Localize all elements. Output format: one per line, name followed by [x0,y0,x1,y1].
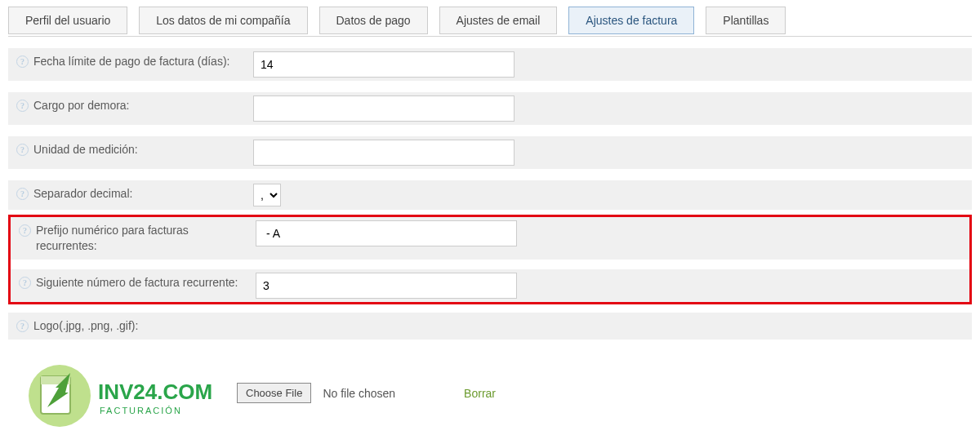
row-payment-due: ? Fecha límite de pago de factura (días)… [8,48,972,81]
label-text: Logo(.jpg, .png, .gif): [33,318,138,334]
label-payment-due: ? Fecha límite de pago de factura (días)… [16,51,253,72]
row-late-fee: ? Cargo por demora: [8,92,972,125]
svg-text:INV24.COM: INV24.COM [98,380,212,404]
label-recurring-next-number: ? Siguiente número de factura recurrente… [19,273,256,293]
label-text: Siguiente número de factura recurrente: [36,275,238,291]
row-recurring-prefix: ? Prefijo numérico para facturas recurre… [11,217,969,260]
help-icon[interactable]: ? [19,224,31,237]
label-logo: ? Logo(.jpg, .png, .gif): [16,316,253,336]
input-recurring-prefix[interactable] [256,220,517,246]
label-decimal-separator: ? Separador decimal: [16,184,253,204]
label-text: Cargo por demora: [33,98,130,113]
svg-text:FACTURACIÓN: FACTURACIÓN [100,406,182,415]
input-recurring-next-number[interactable] [256,273,517,299]
input-payment-due[interactable] [253,51,514,78]
input-late-fee[interactable] [253,95,514,122]
highlight-recurring-settings: ? Prefijo numérico para facturas recurre… [8,215,972,304]
row-unit: ? Unidad de medición: [8,136,972,169]
tab-perfil-usuario[interactable]: Perfil del usuario [8,7,127,34]
logo-preview: INV24.COM FACTURACIÓN [23,344,227,435]
label-text: Fecha límite de pago de factura (días): [33,54,229,69]
help-icon[interactable]: ? [16,144,29,156]
tab-datos-pago[interactable]: Datos de pago [319,7,428,34]
choose-file-button[interactable]: Choose File [237,383,311,403]
help-icon[interactable]: ? [16,188,29,200]
row-logo-label: ? Logo(.jpg, .png, .gif): [8,313,972,340]
select-decimal-separator[interactable]: , [253,184,281,206]
help-icon[interactable]: ? [16,100,29,112]
tab-plantillas[interactable]: Plantillas [706,7,786,34]
file-upload-wrap: Choose File No file chosen Borrar [237,383,496,403]
tab-ajustes-email[interactable]: Ajustes de email [439,7,558,34]
row-recurring-next-number: ? Siguiente número de factura recurrente… [11,269,969,302]
tab-datos-compania[interactable]: Los datos de mi compañía [139,7,307,34]
settings-tabs: Perfil del usuario Los datos de mi compa… [8,7,972,34]
label-unit: ? Unidad de medición: [16,140,253,160]
label-text: Unidad de medición: [33,142,138,158]
help-icon[interactable]: ? [16,55,29,68]
label-late-fee: ? Cargo por demora: [16,95,253,116]
no-file-chosen-text: No file chosen [323,387,395,400]
settings-panel: ? Fecha límite de pago de factura (días)… [8,36,972,435]
delete-logo-link[interactable]: Borrar [464,387,496,400]
label-text: Separador decimal: [33,186,132,202]
tab-ajustes-factura[interactable]: Ajustes de factura [568,7,694,34]
logo-block: INV24.COM FACTURACIÓN Choose File No fil… [8,340,972,435]
inv24-logo-icon: INV24.COM FACTURACIÓN [23,348,227,435]
help-icon[interactable]: ? [16,320,29,332]
input-unit[interactable] [253,140,514,166]
help-icon[interactable]: ? [19,277,31,289]
row-decimal-separator: ? Separador decimal: , [8,180,972,210]
label-text: Prefijo numérico para facturas recurrent… [36,223,251,254]
label-recurring-prefix: ? Prefijo numérico para facturas recurre… [19,220,256,256]
